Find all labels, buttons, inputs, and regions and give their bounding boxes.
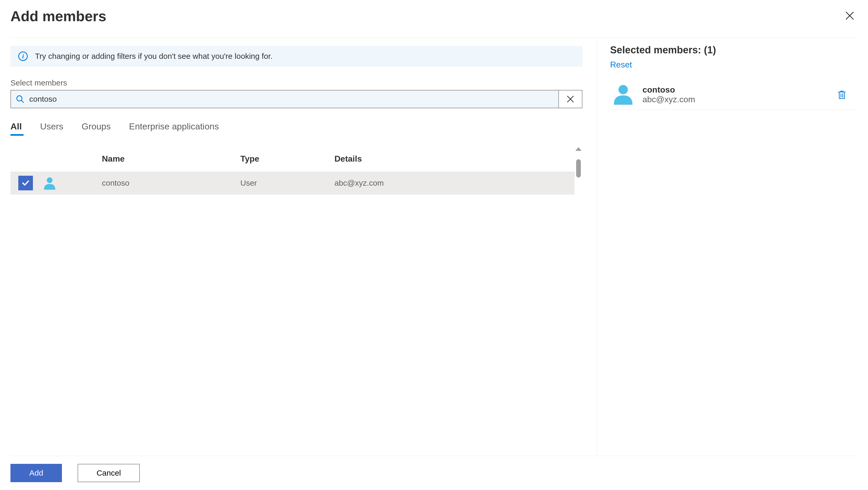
row-details: abc@xyz.com xyxy=(335,179,575,188)
table-row[interactable]: contoso User abc@xyz.com xyxy=(10,172,575,195)
selected-member-item[interactable]: contoso abc@xyz.com xyxy=(610,80,858,110)
close-icon xyxy=(845,11,855,20)
results-list: Name Type Details xyxy=(10,146,575,456)
scroll-up-icon[interactable] xyxy=(576,147,582,151)
tab-enterprise-applications[interactable]: Enterprise applications xyxy=(129,121,219,136)
tab-all[interactable]: All xyxy=(10,121,22,136)
tab-groups[interactable]: Groups xyxy=(82,121,111,136)
tabs: All Users Groups Enterprise applications xyxy=(10,121,582,136)
column-headers: Name Type Details xyxy=(10,146,575,172)
reset-link[interactable]: Reset xyxy=(610,60,632,69)
svg-point-3 xyxy=(618,85,628,94)
search-field-label: Select members xyxy=(10,79,582,87)
page-title: Add members xyxy=(10,8,106,25)
user-icon xyxy=(42,175,57,191)
clear-search-button[interactable] xyxy=(558,90,582,108)
search-input[interactable] xyxy=(29,90,558,108)
column-name-header[interactable]: Name xyxy=(70,154,240,164)
cancel-button[interactable]: Cancel xyxy=(78,464,140,482)
close-icon xyxy=(566,95,574,103)
info-icon: i xyxy=(18,52,28,61)
remove-member-button[interactable] xyxy=(834,87,850,103)
selected-member-details: abc@xyz.com xyxy=(643,95,828,104)
tab-users[interactable]: Users xyxy=(40,121,63,136)
search-icon xyxy=(11,95,29,104)
info-banner: i Try changing or adding filters if you … xyxy=(10,46,582,67)
trash-icon xyxy=(837,89,847,100)
scrollbar[interactable] xyxy=(575,146,582,456)
selected-members-heading: Selected members: (1) xyxy=(610,45,858,56)
close-button[interactable] xyxy=(842,8,858,24)
search-box[interactable] xyxy=(10,90,582,108)
add-button[interactable]: Add xyxy=(10,464,62,482)
column-type-header[interactable]: Type xyxy=(240,154,335,164)
user-icon xyxy=(612,83,635,106)
info-text: Try changing or adding filters if you do… xyxy=(35,52,273,61)
column-details-header[interactable]: Details xyxy=(335,154,575,164)
row-name: contoso xyxy=(70,179,240,188)
selected-member-name: contoso xyxy=(643,85,828,95)
svg-point-2 xyxy=(47,177,53,183)
scroll-thumb[interactable] xyxy=(576,159,581,177)
row-type: User xyxy=(240,179,335,188)
svg-line-1 xyxy=(21,100,24,103)
